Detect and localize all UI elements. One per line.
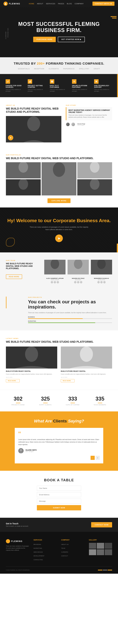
book-submit-btn[interactable]: SUBMIT NOW [37,505,81,510]
book-section: BOOK A TABLE SUBMIT NOW [0,471,118,518]
book-email-input[interactable] [37,492,81,497]
nav-cta-button[interactable]: CONTACT WITH US [92,2,114,6]
nav-home[interactable]: HOME [29,3,34,4]
team-photo-3 [91,260,112,274]
counter-label-3: CUPS OF COFFEE [61,404,85,406]
blog-read-btn-2[interactable]: READ MORE → [61,379,75,382]
avatar-role: UI/UX Designer [77,124,85,126]
twitter-icon-3[interactable] [97,281,100,284]
hero-primary-btn[interactable]: PURCHASE HERE [33,37,55,42]
footer-logo: FLEMING [6,539,29,543]
inspiration-right: OUR PROJECTS You can check our projects … [28,296,112,324]
facebook-icon-3[interactable] [100,281,103,284]
testimonial-prev-btn[interactable]: ‹ [91,456,95,460]
nav-logo[interactable]: FLEMING [4,2,20,6]
blog-read-btn-1[interactable]: READ MORE → [6,379,20,382]
svg-point-7 [27,116,40,131]
stat-title-3: EASY TO IT CUSTOMIZE [50,85,68,88]
portfolio-img-1 [6,162,41,178]
stat-title-2: PROJECT GETTING STARTED [28,85,46,88]
nav-about[interactable]: ABOUT [37,3,43,4]
hero-outline-btn[interactable]: GET STARTED NOW ▶ [58,37,85,42]
trusted-logo-3: CLOSENTO [49,68,59,70]
book-title: BOOK A TABLE [6,478,112,482]
welcome-main: Welcome to our Corporate Business Area. [16,218,111,223]
footer-gallery-6 [105,549,112,555]
facebook-icon[interactable] [54,281,56,284]
book-message-input[interactable] [37,499,81,504]
footer-company-team[interactable]: TEAM [61,548,65,549]
facebook-icon-2[interactable] [77,281,79,284]
testimonial-next-btn[interactable]: › [96,456,100,460]
footer-gallery-2 [97,543,104,549]
team-social-icons-2 [68,281,89,284]
footer-about-text: There are many variations of passages of… [6,545,29,551]
play-video-btn[interactable] [55,234,63,242]
twitter-icon-2[interactable] [74,281,76,284]
footer-company-about[interactable]: ABOUT US [61,544,69,545]
counter-2: 325 HAPPY CLIENTS [33,396,57,406]
play-button[interactable] [8,135,13,140]
footer-logo-text: FLEMING [11,540,23,542]
about-right: OUR STORY Best marketing agency service … [66,104,112,126]
hero-section: PHONE NO. +21 666 86 86 MOST SUCCESSFUL … [0,7,118,57]
blog-text-2: Fusce convallis ante non magna pharetra … [61,373,112,375]
about-section: ABOUT US WE BUILD FUTURE READY DIGITAL W… [0,97,118,150]
about-left: ABOUT US WE BUILD FUTURE READY DIGITAL W… [6,104,61,142]
trusted-logo-6: GRAFT [94,68,100,70]
progress-fill-1 [28,318,83,319]
footer-bottom: © 2024 FLEMING. ALL RIGHTS RESERVED. [6,566,112,571]
book-name-input[interactable] [37,486,81,491]
footer-company-contact[interactable]: CONTACT [61,555,68,557]
stat-item-3: EASY TO IT CUSTOMIZE There are many vari… [49,78,69,93]
inspiration-title: You can check our projects as inspiratio… [28,299,112,310]
footer-links-list: BRANDING MARKETING WEB DESIGN DEVELOPMEN… [34,543,57,561]
footer-grid: FLEMING There are many variations of pas… [6,539,112,562]
counter-num-4: 335 [88,396,112,402]
welcome-hy: Hy! [7,218,15,223]
footer-company-list: ABOUT US TEAM CAREERS CONTACT [61,543,85,557]
team-member-2 [68,260,89,276]
footer-link-dev[interactable]: DEVELOPMENT [34,555,44,557]
testimonial-suffix: Saying? [68,419,84,423]
image-section: OUR PORTFOLIO WE BUILD FUTURE READY DIGI… [0,150,118,208]
footer-gallery-title: GALLERY [89,539,112,541]
counters-grid: 302 PROJECTS DONE 325 HAPPY CLIENTS 333 … [6,396,112,406]
testimonial-author-info: VALERIE SMITH CEO / Designer [25,449,37,452]
nav-services[interactable]: SERVICES [46,3,55,4]
portfolio-title: WE BUILD FUTURE READY DIGITAL WEB STUDIO… [6,157,112,160]
linkedin-icon[interactable] [57,281,59,284]
linkedin-icon-3[interactable] [103,281,106,284]
progress-marketing: MARKETING [28,320,112,323]
footer-link-branding[interactable]: BRANDING [34,544,41,545]
explore-btn[interactable]: EXPLORE MORE [47,198,71,203]
footer-link-webdesign[interactable]: WEB DESIGN [34,551,43,553]
nav-blog[interactable]: BLOG [67,3,72,4]
cta-dark-btn[interactable]: CONTACT NOW [91,522,112,528]
portfolio-img-3 [77,162,112,178]
counter-line-2 [43,403,48,403]
trusted-title: TRUSTED BY 200+ FORWARD THINKING COMPANI… [6,62,112,66]
team-name-3: MONGREID DIANGAS [91,278,112,279]
footer-company-careers[interactable]: CAREERS [61,551,68,553]
footer-company-title: COMPANY [61,539,85,541]
team-read-more-btn[interactable]: READ MORE [6,274,22,279]
progress-bg-1 [28,318,112,319]
blog-meta-2: Jan 15 2024 [61,376,112,378]
footer-link-consulting[interactable]: CONSULTING [34,559,43,560]
linkedin-icon-2[interactable] [80,281,82,284]
trusted-logo-2: INCEPTION [34,68,44,70]
blog-title: WE BUILD FUTURE READY DIGITAL WEB STUDIO… [6,340,112,344]
footer-link-marketing[interactable]: MARKETING [34,548,42,549]
nav-pages[interactable]: PAGES [58,3,64,4]
nav-company[interactable]: COMPANY [75,3,84,4]
welcome-title: Hy! Welcome to our Corporate Business Ar… [6,218,112,223]
twitter-icon[interactable] [51,281,53,284]
quote-icon: " [18,432,100,437]
stat-desc-3: There are many variations of passages [50,89,68,92]
avatar-name: Giovani Piega [77,123,85,124]
team-title: WE BUILD FUTURE READY DIGITAL WEB STUDIO… [6,262,40,270]
trusted-bar: TRUSTED BY 200+ FORWARD THINKING COMPANI… [0,57,118,74]
team-label: OUR TEAM [6,260,40,261]
trusted-logo-4: PaperRace [63,68,75,70]
